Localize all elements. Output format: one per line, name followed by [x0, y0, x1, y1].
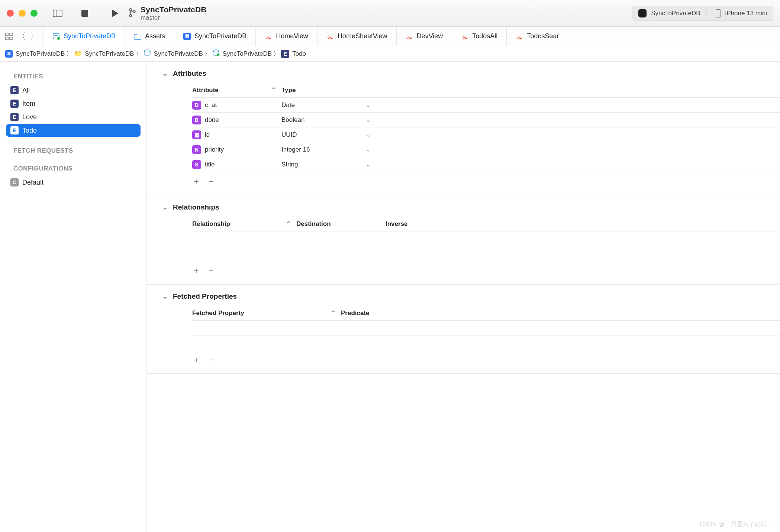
sidebar-entity-item[interactable]: EItem	[6, 97, 141, 110]
attribute-type: UUID	[281, 131, 297, 139]
table-row[interactable]: Dc_atDate⌄	[192, 98, 780, 113]
table-row[interactable]: ▦idUUID⌄	[192, 127, 780, 142]
run-button[interactable]	[110, 8, 120, 19]
table-row[interactable]	[192, 231, 780, 246]
entity-label: Item	[22, 100, 35, 108]
add-attribute-button[interactable]: ＋	[192, 176, 200, 187]
disclosure-icon[interactable]: ⌄	[162, 69, 168, 78]
attribute-type-icon: N	[192, 145, 201, 154]
tab-label: HomeSheetView	[338, 32, 387, 40]
attribute-name: id	[205, 131, 210, 139]
config-icon: C	[10, 178, 19, 186]
sidebar-entity-todo[interactable]: ETodo	[6, 124, 141, 137]
attributes-table-header[interactable]: Attribute⌃ Type	[192, 83, 780, 98]
add-relationship-button[interactable]: ＋	[192, 265, 200, 276]
table-row[interactable]: NpriorityInteger 16⌄	[192, 142, 780, 157]
toggle-sidebar-button[interactable]	[52, 8, 63, 19]
breadcrumb-item[interactable]: 📁SyncToPrivateDB	[74, 50, 134, 58]
breadcrumb-item[interactable]: SyncToPrivateDB	[212, 49, 272, 58]
disclosure-icon[interactable]: ⌄	[162, 292, 168, 301]
sidebar-config-default[interactable]: CDefault	[6, 176, 141, 189]
disclosure-icon[interactable]: ⌄	[162, 203, 168, 211]
nav-back-button[interactable]: 〈	[16, 31, 27, 42]
svg-point-11	[57, 37, 60, 39]
dropdown-icon[interactable]: ⌄	[365, 131, 371, 139]
remove-attribute-button[interactable]: －	[207, 176, 215, 187]
fetched-section: ⌄ Fetched Properties Fetched Property⌃ P…	[147, 285, 780, 374]
tab-synctoprivatedb[interactable]: ⌘SyncToPrivateDB	[174, 27, 256, 46]
chevron-right-icon: 〉	[204, 49, 211, 58]
breadcrumb-item[interactable]: SyncToPrivateDB	[144, 49, 203, 58]
entity-label: All	[22, 87, 30, 94]
nav-forward-button[interactable]: 〉	[29, 31, 39, 42]
attribute-type: Integer 16	[281, 146, 310, 153]
attribute-name: title	[205, 161, 215, 168]
table-row[interactable]	[192, 335, 780, 350]
breadcrumb-label: SyncToPrivateDB	[16, 50, 65, 58]
configurations-header: CONFIGURATIONS	[13, 165, 141, 172]
svg-rect-9	[10, 37, 12, 40]
stop-button[interactable]	[80, 8, 90, 19]
zoom-window-icon[interactable]	[30, 10, 38, 17]
breadcrumb-item[interactable]: ETodo	[281, 50, 306, 58]
dropdown-icon[interactable]: ⌄	[365, 160, 371, 168]
tab-synctoprivatedb[interactable]: SyncToPrivateDB	[43, 27, 125, 46]
tab-label: SyncToPrivateDB	[64, 32, 116, 40]
watermark: CSDN @__只是为了好玩__	[700, 520, 773, 528]
attribute-name: priority	[205, 146, 224, 153]
remove-relationship-button[interactable]: －	[207, 265, 215, 276]
app-icon: ⌘	[183, 33, 191, 40]
entity-icon: E	[10, 86, 19, 94]
project-title: SyncToPrivateDB master	[141, 5, 207, 22]
scheme-selector[interactable]: SyncToPrivateDB 〉 iPhone 13 mini	[632, 6, 773, 21]
close-window-icon[interactable]	[7, 10, 14, 17]
col-predicate: Predicate	[341, 309, 370, 317]
breadcrumb-item[interactable]: ⌘SyncToPrivateDB	[5, 50, 65, 58]
dropdown-icon[interactable]: ⌄	[365, 146, 371, 153]
entity-label: Love	[22, 113, 37, 121]
col-attribute: Attribute	[192, 87, 219, 94]
remove-fetched-button[interactable]: －	[207, 354, 215, 365]
related-items-icon[interactable]	[4, 31, 14, 42]
col-destination: Destination	[296, 220, 331, 228]
chevron-right-icon: 〉	[66, 49, 72, 58]
svg-point-5	[133, 10, 135, 13]
attribute-type-icon: S	[192, 160, 201, 169]
table-row[interactable]: BdoneBoolean⌄	[192, 113, 780, 127]
fetched-table-header[interactable]: Fetched Property⌃ Predicate	[192, 306, 780, 321]
attribute-name: done	[205, 116, 219, 124]
fetched-add-remove: ＋ －	[147, 350, 780, 373]
swift-icon	[265, 33, 272, 40]
table-row[interactable]	[192, 246, 780, 261]
entity-icon: E	[10, 126, 19, 134]
dropdown-icon[interactable]: ⌄	[365, 101, 371, 109]
dropdown-icon[interactable]: ⌄	[365, 116, 371, 124]
sort-icon: ⌃	[271, 86, 276, 94]
app-icon	[638, 9, 647, 17]
app-icon: ⌘	[5, 50, 13, 58]
sidebar-entity-all[interactable]: EAll	[6, 84, 141, 97]
breadcrumb-label: Todo	[292, 50, 306, 58]
sidebar-entity-love[interactable]: ELove	[6, 111, 141, 123]
relationships-table-header[interactable]: Relationship⌃ Destination Inverse	[192, 217, 780, 231]
jump-bar[interactable]: ⌘SyncToPrivateDB〉📁SyncToPrivateDB〉SyncTo…	[0, 46, 780, 62]
add-fetched-button[interactable]: ＋	[192, 354, 200, 365]
tab-label: HomeView	[276, 32, 308, 40]
table-row[interactable]: StitleString⌄	[192, 157, 780, 172]
package-icon	[144, 49, 151, 58]
tab-label: SyncToPrivateDB	[194, 32, 246, 40]
attribute-type: Date	[281, 101, 295, 109]
entity-icon: E	[10, 100, 19, 108]
tab-todossear[interactable]: TodosSear	[507, 27, 568, 46]
col-fetched-property: Fetched Property	[192, 309, 244, 317]
entities-header: ENTITIES	[13, 73, 141, 80]
swift-icon	[461, 33, 468, 40]
tab-homeview[interactable]: HomeView	[256, 27, 318, 46]
tab-devview[interactable]: DevView	[397, 27, 452, 46]
minimize-window-icon[interactable]	[19, 10, 26, 17]
relationships-section: ⌄ Relationships Relationship⌃ Destinatio…	[147, 195, 780, 285]
tab-assets[interactable]: Assets	[125, 27, 174, 46]
tab-homesheetview[interactable]: HomeSheetView	[318, 27, 397, 46]
tab-todosall[interactable]: TodosAll	[452, 27, 507, 46]
table-row[interactable]	[192, 321, 780, 335]
